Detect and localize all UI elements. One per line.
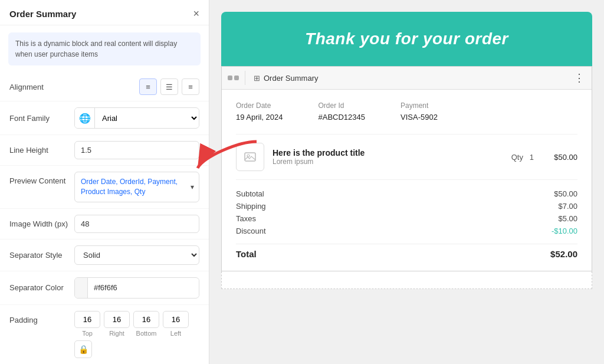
padding-row: Padding Top Right Bottom Left 🔒 bbox=[0, 305, 209, 364]
order-content: Order Date 19 April, 2024 Order Id #ABCD… bbox=[222, 90, 592, 271]
padding-lock-button[interactable]: 🔒 bbox=[74, 340, 92, 358]
shipping-row: Shipping $7.00 bbox=[236, 202, 577, 211]
subtotal-value: $50.00 bbox=[554, 189, 577, 198]
padding-top-input[interactable] bbox=[74, 311, 100, 328]
order-id-value: #ABCD12345 bbox=[319, 113, 366, 122]
padding-top-label: Top bbox=[82, 330, 93, 337]
order-date-value: 19 April, 2024 bbox=[236, 113, 283, 122]
padding-right-item: Right bbox=[104, 311, 130, 337]
order-date-item: Order Date 19 April, 2024 bbox=[236, 101, 283, 122]
separator-color-label: Separator Color bbox=[9, 283, 68, 292]
totals-section: Subtotal $50.00 Shipping $7.00 Taxes $5.… bbox=[236, 189, 577, 259]
panel-title: Order Summary bbox=[9, 9, 76, 19]
taxes-value: $5.00 bbox=[558, 214, 577, 223]
info-box: This is a dynamic block and real content… bbox=[8, 32, 201, 65]
order-id-item: Order Id #ABCD12345 bbox=[319, 101, 366, 122]
preview-content-label: Preview Content bbox=[9, 172, 68, 185]
shipping-value: $7.00 bbox=[558, 202, 577, 211]
preview-content-row: Preview Content Order Date, OrderId, Pay… bbox=[0, 166, 209, 209]
taxes-row: Taxes $5.00 bbox=[236, 214, 577, 223]
discount-value: -$10.00 bbox=[552, 227, 577, 235]
font-select-wrapper: 🌐 Arial Helvetica Georgia bbox=[74, 107, 199, 129]
line-height-row: Line Height bbox=[0, 135, 209, 166]
toolbar-dots bbox=[228, 76, 239, 80]
padding-group: Top Right Bottom Left 🔒 bbox=[74, 311, 199, 364]
product-subtitle: Lorem ipsum bbox=[273, 158, 503, 166]
separator-color-row: Separator Color bbox=[0, 271, 209, 305]
product-price: $50.00 bbox=[542, 153, 577, 162]
total-value: $52.00 bbox=[550, 249, 577, 259]
toolbar-dot-2 bbox=[234, 76, 239, 80]
image-width-label: Image Width (px) bbox=[9, 219, 68, 228]
font-family-row: Font Family 🌐 Arial Helvetica Georgia bbox=[0, 101, 209, 135]
line-height-label: Line Height bbox=[9, 146, 68, 155]
color-input-wrapper bbox=[74, 277, 199, 299]
padding-bottom-item: Bottom bbox=[133, 311, 159, 337]
padding-bottom-label: Bottom bbox=[136, 330, 157, 337]
padding-left-label: Left bbox=[170, 330, 181, 337]
order-summary-card: ⊞ Order Summary ⋮ Order Date 19 April, 2… bbox=[221, 66, 592, 271]
padding-right-label: Right bbox=[109, 330, 124, 337]
globe-icon: 🌐 bbox=[75, 108, 95, 128]
order-payment-value: VISA-5902 bbox=[401, 113, 438, 122]
thank-you-banner: Thank you for your order bbox=[221, 12, 592, 66]
order-payment-label: Payment bbox=[401, 101, 438, 110]
preview-panel: Thank you for your order ⊞ Order Summary… bbox=[209, 0, 604, 364]
product-image bbox=[236, 143, 264, 171]
taxes-label: Taxes bbox=[236, 214, 256, 223]
total-label: Total bbox=[236, 249, 257, 259]
discount-row: Discount -$10.00 bbox=[236, 227, 577, 235]
card-toolbar: ⊞ Order Summary ⋮ bbox=[222, 67, 592, 90]
image-width-input[interactable] bbox=[74, 215, 199, 233]
more-options-button[interactable]: ⋮ bbox=[567, 67, 592, 89]
subtotal-row: Subtotal $50.00 bbox=[236, 189, 577, 198]
padding-right-input[interactable] bbox=[104, 311, 130, 328]
product-qty: Qty 1 bbox=[511, 153, 534, 162]
order-date-label: Order Date bbox=[236, 101, 283, 110]
subtotal-label: Subtotal bbox=[236, 189, 264, 198]
toolbar-dot-1 bbox=[228, 76, 232, 80]
alignment-label: Alignment bbox=[9, 83, 68, 91]
alignment-row: Alignment ≡ ☰ ≡ bbox=[0, 73, 209, 101]
qty-value: 1 bbox=[530, 153, 534, 162]
settings-panel: Order Summary × This is a dynamic block … bbox=[0, 0, 209, 364]
thank-you-text: Thank you for your order bbox=[305, 29, 508, 48]
padding-left-input[interactable] bbox=[163, 311, 189, 328]
order-payment-item: Payment VISA-5902 bbox=[401, 101, 438, 122]
alignment-group: ≡ ☰ ≡ bbox=[139, 78, 199, 95]
close-button[interactable]: × bbox=[193, 8, 199, 19]
total-row: Total $52.00 bbox=[236, 244, 577, 259]
product-title: Here is the product title bbox=[273, 148, 503, 158]
separator-style-label: Separator Style bbox=[9, 251, 68, 260]
line-height-input[interactable] bbox=[74, 141, 199, 159]
padding-bottom-input[interactable] bbox=[133, 311, 159, 328]
font-family-select[interactable]: Arial Helvetica Georgia bbox=[95, 110, 199, 127]
image-width-row: Image Width (px) bbox=[0, 209, 209, 240]
preview-content-select[interactable]: Order Date, OrderId, Payment, Product Im… bbox=[74, 172, 199, 202]
order-meta: Order Date 19 April, 2024 Order Id #ABCD… bbox=[236, 101, 577, 122]
separator-style-select[interactable]: Solid Dashed Dotted bbox=[74, 245, 199, 265]
align-left-button[interactable]: ≡ bbox=[139, 78, 157, 95]
color-swatch[interactable] bbox=[75, 278, 88, 298]
font-family-label: Font Family bbox=[9, 114, 68, 123]
align-center-button[interactable]: ☰ bbox=[160, 78, 178, 95]
separator-style-row: Separator Style Solid Dashed Dotted bbox=[0, 240, 209, 271]
preview-content-value: Order Date, OrderId, Payment, Product Im… bbox=[81, 178, 178, 196]
svg-point-2 bbox=[247, 155, 250, 157]
svg-rect-1 bbox=[245, 153, 255, 161]
shipping-label: Shipping bbox=[236, 202, 266, 211]
card-title-text: Order Summary bbox=[264, 74, 318, 83]
discount-label: Discount bbox=[236, 227, 266, 235]
color-text-input[interactable] bbox=[88, 279, 199, 296]
product-info: Here is the product title Lorem ipsum bbox=[273, 148, 503, 166]
align-right-button[interactable]: ≡ bbox=[182, 78, 199, 95]
padding-label: Padding bbox=[9, 311, 68, 324]
panel-header: Order Summary × bbox=[0, 0, 209, 25]
padding-top-item: Top bbox=[74, 311, 100, 337]
qty-label: Qty bbox=[511, 153, 523, 162]
chevron-down-icon: ▾ bbox=[191, 182, 194, 192]
padding-left-item: Left bbox=[163, 311, 189, 337]
grid-icon: ⊞ bbox=[254, 74, 260, 83]
card-toolbar-left bbox=[222, 71, 245, 85]
product-row: Here is the product title Lorem ipsum Qt… bbox=[236, 134, 577, 180]
